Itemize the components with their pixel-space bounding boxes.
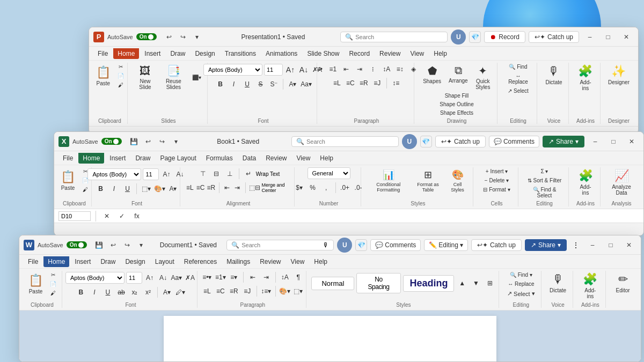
xl-maximize-btn[interactable]: □ [606, 136, 621, 147]
xl-menu-home[interactable]: Home [78, 153, 104, 164]
wd-redo-btn[interactable]: ↪ [121, 239, 133, 251]
ppt-shape-fill-btn[interactable]: Shape Fill [437, 92, 476, 100]
xl-menu-draw[interactable]: Draw [131, 153, 155, 164]
wd-find-btn[interactable]: 🔍 Find ▾ [504, 271, 538, 279]
wd-increase-font-btn[interactable]: A↑ [144, 272, 156, 283]
wd-borders-btn[interactable]: ⬚▾ [292, 286, 304, 297]
xl-catchup-btn[interactable]: ↩✦ Catch up [435, 136, 486, 147]
ppt-bullets-btn[interactable]: ≡• [313, 64, 325, 75]
ppt-font-selector[interactable]: Aptos (Body) [203, 64, 262, 76]
xl-menu-formulas[interactable]: Formulas [202, 153, 237, 164]
ppt-numbering-btn[interactable]: ≡1 [327, 64, 339, 75]
xl-menu-help[interactable]: Help [316, 153, 338, 164]
wd-undo-btn[interactable]: ↩ [107, 239, 119, 251]
ppt-new-slide-btn[interactable]: 🖼 New Slide [133, 63, 158, 92]
xl-bottom-align-btn[interactable]: ⊥ [224, 168, 236, 179]
ppt-shapes-btn[interactable]: ⬟ Shapes [420, 63, 444, 92]
wd-comments-btn[interactable]: 💬 Comments [370, 239, 421, 251]
xl-increase-font-btn[interactable]: A↑ [160, 169, 172, 180]
wd-highlight-btn[interactable]: 🖊▾ [174, 287, 186, 298]
wd-maximize-btn[interactable]: □ [603, 239, 618, 251]
xl-font-selector[interactable]: Aptos (Body) [87, 168, 141, 180]
ppt-align-center-btn[interactable]: ≡C [345, 78, 356, 88]
xl-top-align-btn[interactable]: ⊤ [197, 168, 209, 179]
xl-align-center-btn[interactable]: ≡C [196, 182, 205, 193]
ppt-menu-animations[interactable]: Animations [261, 48, 302, 59]
wd-align-center-btn[interactable]: ≡C [215, 286, 226, 297]
wd-menu-help[interactable]: Help [310, 256, 332, 267]
wd-shading-btn[interactable]: 🎨▾ [279, 286, 291, 297]
xl-analyze-data-btn[interactable]: 📈 Analyze Data [606, 167, 637, 197]
xl-addins-btn[interactable]: 🧩 Add-ins [574, 167, 597, 197]
ppt-font-color-btn[interactable]: A▾ [287, 79, 298, 90]
ppt-menu-review[interactable]: Review [375, 48, 405, 59]
ppt-underline-btn[interactable]: U [241, 79, 253, 90]
wd-editing-btn[interactable]: ✏️ Editing ▾ [424, 239, 468, 251]
wd-menu-layout[interactable]: Layout [151, 256, 179, 267]
xl-conditional-formatting-btn[interactable]: 📊 Conditional Formatting [367, 167, 411, 194]
wd-share-btn[interactable]: ↗ Share ▾ [525, 239, 567, 251]
xl-menu-file[interactable]: File [58, 153, 77, 164]
wd-style-normal[interactable]: Normal [311, 277, 354, 290]
xl-increase-decimal-btn[interactable]: .0+ [339, 182, 351, 193]
wd-increase-indent-btn[interactable]: ⇥ [260, 272, 272, 283]
ppt-dictate-btn[interactable]: 🎙 Dictate [542, 63, 565, 87]
wd-style-nospacing[interactable]: No Spacing [356, 273, 400, 293]
wd-clear-format-btn[interactable]: ✗A [184, 272, 196, 283]
wd-menu-home[interactable]: Home [43, 256, 69, 267]
xl-menu-view[interactable]: View [292, 153, 315, 164]
wd-decrease-font-btn[interactable]: A↓ [157, 272, 169, 283]
ppt-undo-btn[interactable]: ↩ [163, 31, 175, 43]
wd-underline-btn[interactable]: U [102, 287, 114, 298]
ppt-strikethrough-btn[interactable]: S [254, 79, 266, 90]
wd-change-case-btn[interactable]: Aa▾ [171, 272, 182, 283]
xl-font-size[interactable] [143, 168, 159, 180]
xl-formula-input[interactable] [146, 213, 639, 219]
ppt-increase-indent-btn[interactable]: ⇥ [354, 64, 365, 75]
ppt-layout-btn[interactable]: ⬛▾ [189, 73, 204, 82]
xl-insert-btn[interactable]: + Insert ▾ [480, 167, 513, 175]
xl-fill-color-btn[interactable]: 🎨▾ [153, 183, 165, 194]
wd-style-heading[interactable]: Heading [403, 275, 455, 292]
xl-cell-styles-btn[interactable]: 🎨 Cell Styles [445, 167, 470, 194]
wd-save-btn[interactable]: 💾 [93, 239, 105, 251]
wd-menu-mailings[interactable]: Mailings [222, 256, 254, 267]
xl-redo-btn[interactable]: ↪ [156, 136, 168, 147]
xl-cell-ref[interactable] [58, 211, 91, 221]
ppt-text-direction-btn[interactable]: ↕A [380, 64, 392, 75]
ppt-quick-styles-btn[interactable]: ✦ Quick Styles [472, 63, 494, 92]
ppt-replace-btn[interactable]: ↔ Replace [503, 72, 533, 86]
wd-align-left-btn[interactable]: ≡L [201, 286, 213, 297]
ppt-copy-btn[interactable]: 📄 [115, 72, 127, 80]
xl-indent-increase-btn[interactable]: ⇥ [233, 182, 242, 193]
xl-search-box[interactable]: 🔍 [291, 136, 399, 147]
wd-font-selector[interactable]: Aptos (Body) [65, 272, 125, 284]
xl-align-right-btn[interactable]: ≡R [207, 182, 216, 193]
wd-align-right-btn[interactable]: ≡R [228, 286, 240, 297]
wd-copy-btn[interactable]: 📄 [47, 280, 59, 288]
wd-menu-insert[interactable]: Insert [70, 256, 95, 267]
xl-autosave-toggle[interactable]: On [101, 138, 122, 145]
wd-menu-review[interactable]: Review [255, 256, 285, 267]
xl-percent-btn[interactable]: % [307, 182, 319, 193]
xl-format-painter-btn[interactable]: 🖌 [79, 186, 91, 194]
wd-search-box[interactable]: 🔍 🎙 [226, 240, 334, 250]
xl-comma-btn[interactable]: , [320, 182, 332, 193]
ppt-menu-home[interactable]: Home [113, 48, 139, 59]
ppt-catchup-btn[interactable]: ↩✦ Catch up [529, 31, 579, 43]
ppt-arrange-btn[interactable]: ⧉ Arrange [445, 63, 471, 92]
xl-italic-btn[interactable]: I [108, 183, 120, 194]
ppt-record-btn[interactable]: ⏺ Record [484, 31, 525, 43]
wd-catchup-btn[interactable]: ↩✦ Catch up [471, 239, 522, 251]
wd-minimize-btn[interactable]: – [585, 239, 600, 251]
ppt-close-btn[interactable]: ✕ [619, 31, 634, 43]
wd-user-avatar[interactable]: U [337, 238, 352, 253]
wd-show-hide-btn[interactable]: ¶ [292, 272, 304, 283]
wd-bullets-btn[interactable]: ≡•▾ [201, 272, 213, 283]
xl-bold-btn[interactable]: B [94, 183, 106, 194]
ppt-customize-btn[interactable]: ▾ [191, 31, 203, 43]
ppt-highlight-btn[interactable]: Aa▾ [300, 79, 312, 90]
ppt-menu-file[interactable]: File [93, 48, 112, 59]
wd-strikethrough-btn[interactable]: ab [115, 287, 127, 298]
xl-sum-btn[interactable]: Σ ▾ [524, 167, 565, 175]
